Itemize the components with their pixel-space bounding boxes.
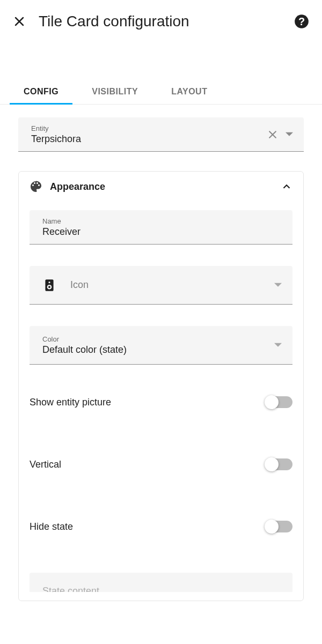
entity-field-inner: Entity Terpsichora xyxy=(31,124,267,145)
icon-placeholder: Icon xyxy=(70,279,274,291)
show-entity-picture-row: Show entity picture xyxy=(30,386,292,418)
entity-dropdown-button[interactable] xyxy=(286,131,293,138)
icon-field-inner: Icon xyxy=(70,279,274,291)
entity-actions xyxy=(267,129,293,140)
name-value: Receiver xyxy=(42,226,282,238)
icon-actions xyxy=(274,282,282,289)
icon-preview xyxy=(42,278,64,292)
vertical-row: Vertical xyxy=(30,448,292,480)
appearance-header[interactable]: Appearance xyxy=(19,172,303,202)
name-label: Name xyxy=(42,217,282,225)
close-button[interactable] xyxy=(13,15,26,28)
chevron-down-icon xyxy=(274,282,282,289)
tab-bar: CONFIG VISIBILITY LAYOUT xyxy=(0,79,322,105)
chevron-up-icon xyxy=(281,181,292,193)
svg-text:?: ? xyxy=(298,16,305,27)
help-button[interactable]: ? xyxy=(294,14,309,29)
tab-layout[interactable]: LAYOUT xyxy=(166,79,213,104)
chevron-down-icon xyxy=(274,342,282,349)
vertical-label: Vertical xyxy=(30,459,61,470)
state-content-label: State content xyxy=(42,586,280,592)
appearance-title: Appearance xyxy=(50,181,273,193)
tab-visibility[interactable]: VISIBILITY xyxy=(86,79,143,104)
color-dropdown-button[interactable] xyxy=(274,342,282,349)
icon-field[interactable]: Icon xyxy=(30,266,292,305)
icon-dropdown-button[interactable] xyxy=(274,282,282,289)
toggle-thumb xyxy=(265,457,279,471)
chevron-down-icon xyxy=(286,131,293,138)
hide-state-toggle[interactable] xyxy=(265,519,292,534)
entity-clear-button[interactable] xyxy=(267,129,278,140)
appearance-body: Name Receiver xyxy=(19,202,303,601)
entity-value: Terpsichora xyxy=(31,134,267,145)
vertical-toggle[interactable] xyxy=(265,457,292,472)
toggle-thumb xyxy=(265,520,279,534)
name-field-inner: Name Receiver xyxy=(42,217,282,238)
appearance-panel: Appearance Name Receiver xyxy=(18,171,304,601)
color-field-inner: Color Default color (state) xyxy=(42,335,274,356)
entity-label: Entity xyxy=(31,124,267,132)
speaker-icon xyxy=(42,278,56,292)
state-content-field[interactable]: State content xyxy=(30,573,292,592)
svg-point-7 xyxy=(48,281,50,283)
tab-config[interactable]: CONFIG xyxy=(18,79,64,104)
hide-state-label: Hide state xyxy=(30,521,73,532)
palette-icon xyxy=(30,180,42,193)
color-field[interactable]: Color Default color (state) xyxy=(30,326,292,365)
color-value: Default color (state) xyxy=(42,344,274,356)
toggle-thumb xyxy=(265,395,279,409)
dialog-title: Tile Card configuration xyxy=(39,13,281,30)
close-icon xyxy=(13,15,26,28)
color-label: Color xyxy=(42,335,274,343)
help-icon: ? xyxy=(294,14,309,29)
name-field[interactable]: Name Receiver xyxy=(30,210,292,245)
entity-field[interactable]: Entity Terpsichora xyxy=(18,117,304,152)
close-icon xyxy=(267,129,278,140)
svg-point-9 xyxy=(48,286,50,288)
show-entity-picture-label: Show entity picture xyxy=(30,397,111,408)
hide-state-row: Hide state xyxy=(30,510,292,543)
dialog-header: Tile Card configuration ? xyxy=(0,0,322,36)
show-entity-picture-toggle[interactable] xyxy=(265,395,292,410)
color-actions xyxy=(274,342,282,349)
config-content: Entity Terpsichora Appearance xyxy=(0,105,322,614)
